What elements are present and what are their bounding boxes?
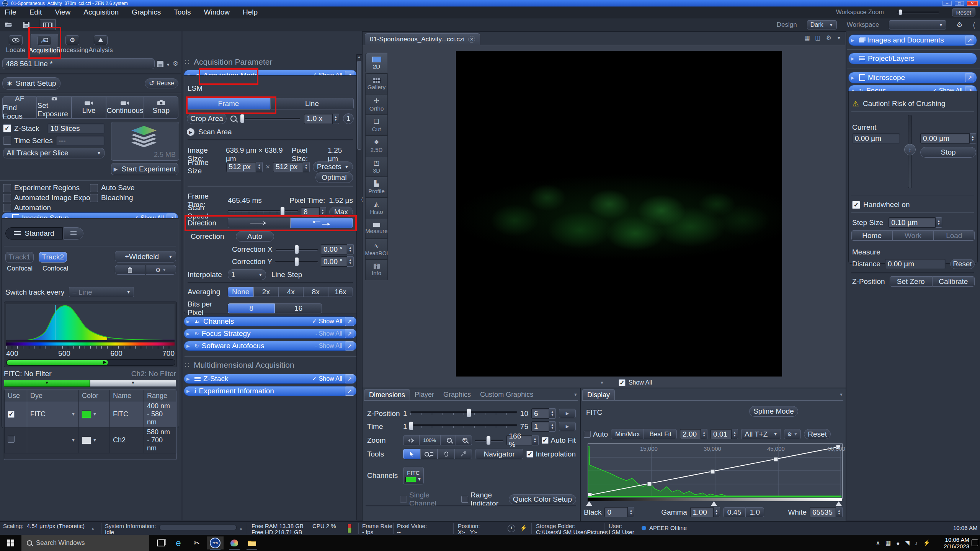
panel-dropdown-icon[interactable]: [573, 393, 578, 397]
black-point-handle[interactable]: [586, 501, 592, 506]
set-exposure-button[interactable]: Set Exposure: [37, 96, 71, 119]
workspace-gear-icon[interactable]: [956, 21, 962, 28]
viewer-settings-icon[interactable]: [826, 35, 831, 41]
scan-speed-spinner[interactable]: 8: [301, 207, 326, 217]
scan-mode-line-button[interactable]: Line: [270, 98, 354, 109]
bleaching-checkbox[interactable]: [90, 194, 98, 202]
menu-edit[interactable]: Edit: [29, 8, 42, 16]
split-view-icon[interactable]: ◫: [815, 34, 821, 41]
tray-expand-icon[interactable]: ∧: [876, 540, 880, 546]
open-file-icon[interactable]: [5, 21, 13, 28]
tile-view-icon[interactable]: ▦: [804, 34, 810, 41]
collapse-left-handle[interactable]: ⟨: [361, 196, 363, 202]
optimal-button[interactable]: Optimal: [315, 172, 353, 183]
view-tab-meanroi[interactable]: ∿MeanROI: [365, 239, 388, 259]
center-scrollbar[interactable]: [356, 54, 362, 520]
load-button[interactable]: Load: [934, 230, 975, 241]
viewer-show-all-checkbox[interactable]: [619, 379, 626, 386]
undock-icon[interactable]: [345, 317, 354, 326]
menu-window[interactable]: Window: [204, 8, 230, 16]
save-icon[interactable]: [23, 21, 30, 28]
z-stack-header[interactable]: Z-Stack Show All: [184, 374, 357, 384]
bits-8-button[interactable]: 8: [228, 303, 275, 313]
tab-dimensions[interactable]: Dimensions: [364, 389, 410, 400]
presets-dropdown[interactable]: Presets: [313, 161, 353, 172]
tracks-per-slice-dropdown[interactable]: All Tracks per Slice: [3, 148, 105, 158]
automation-checkbox[interactable]: [3, 204, 11, 212]
undock-icon[interactable]: [345, 341, 354, 350]
correction-y-spinner[interactable]: 0.00 °: [321, 256, 354, 267]
view-tab-3d[interactable]: ◳3D: [365, 156, 388, 177]
time-slider[interactable]: [410, 423, 517, 430]
focus-strategy-header[interactable]: ↻ Focus Strategy ▫ Show All: [184, 329, 357, 339]
find-focus-button[interactable]: AFFind Focus: [2, 96, 37, 119]
standard-mode-button[interactable]: Standard: [5, 227, 63, 240]
track1-button[interactable]: Track1: [5, 252, 34, 262]
crop-area-button[interactable]: Crop Area: [187, 113, 227, 124]
undock-icon[interactable]: [345, 386, 354, 396]
tab-locate[interactable]: Locate: [2, 34, 29, 55]
view-zoom-slider[interactable]: [475, 440, 503, 441]
taskbar-search[interactable]: Search Windows: [21, 535, 149, 551]
workspace-zoom-slider[interactable]: [897, 11, 939, 13]
undock-icon[interactable]: [345, 374, 354, 383]
maximize-button[interactable]: □: [955, 1, 964, 6]
gamma-handle[interactable]: [711, 501, 717, 506]
gamma-spinner[interactable]: 1.00: [690, 507, 720, 517]
experiment-options-icon[interactable]: [173, 60, 178, 67]
tray-network-icon[interactable]: ◥: [905, 540, 910, 546]
correction-x-spinner[interactable]: 0.00 °: [321, 244, 354, 254]
fitc-color-swatch[interactable]: [82, 411, 91, 418]
collapse-right-icon[interactable]: ⟨: [973, 21, 975, 29]
save-experiment-icon[interactable]: [157, 60, 164, 67]
start-button[interactable]: [2, 536, 19, 549]
channels-header[interactable]: Channels Show All: [184, 316, 357, 326]
experiment-dropdown-caret[interactable]: [166, 60, 170, 67]
undock-icon[interactable]: [345, 329, 354, 338]
document-tab[interactable]: 01-Spontaneous_Activity...cci.czi: [365, 33, 480, 45]
software-autofocus-header[interactable]: ↻ Software Autofocus ▫ Show All: [184, 341, 357, 351]
quick-color-setup-button[interactable]: Quick Color Setup: [509, 494, 576, 504]
images-and-documents-header[interactable]: Images and Documents: [848, 34, 977, 46]
ie-icon[interactable]: e: [170, 536, 187, 549]
work-button[interactable]: Work: [892, 230, 933, 241]
zoom-fit-button[interactable]: [403, 435, 419, 445]
correction-y-slider[interactable]: [275, 261, 318, 262]
white-spinner[interactable]: 65535: [810, 507, 843, 517]
bulb-icon[interactable]: ⚡: [520, 525, 527, 531]
display-reset-button[interactable]: Reset: [804, 429, 831, 439]
display-gear-dropdown[interactable]: [784, 429, 801, 439]
range-scope-dropdown[interactable]: All T+Z: [741, 429, 781, 439]
range-indicator-checkbox[interactable]: [461, 496, 468, 503]
task-view-button[interactable]: [152, 536, 169, 549]
undock-icon[interactable]: [965, 73, 974, 82]
file-explorer-icon[interactable]: [243, 536, 260, 549]
scaling-expand-icon[interactable]: [91, 527, 95, 530]
averaging-16x-button[interactable]: 16x: [328, 287, 353, 297]
tab-acquisition[interactable]: Acquisition: [31, 34, 58, 55]
white-point-handle[interactable]: [836, 501, 842, 506]
view-tab-histo[interactable]: ◭Histo: [365, 197, 388, 218]
paint-icon[interactable]: [226, 536, 243, 549]
view-tab-measure[interactable]: Measure: [365, 218, 388, 239]
scan-area-expander-icon[interactable]: ▶: [187, 128, 194, 136]
experiment-dropdown[interactable]: 488 561 Line *: [2, 58, 155, 69]
single-channel-checkbox[interactable]: [400, 496, 407, 503]
averaging-none-button[interactable]: None: [228, 287, 253, 297]
alt-mode-button[interactable]: [64, 227, 83, 240]
menu-acquisition[interactable]: Acquisition: [83, 8, 119, 16]
display-auto-checkbox[interactable]: [584, 431, 591, 438]
ch2-color-swatch[interactable]: [82, 437, 91, 444]
view-tab-profile[interactable]: ▙Profile: [365, 177, 388, 197]
info-icon[interactable]: [508, 525, 515, 532]
zoom-out-button[interactable]: −: [440, 435, 456, 445]
bits-16-button[interactable]: 16: [275, 303, 322, 313]
snap-button[interactable]: Snap: [144, 96, 178, 119]
zoom-in-button[interactable]: +: [456, 435, 472, 445]
panel-dropdown-icon[interactable]: [839, 393, 843, 397]
black-spinner[interactable]: 0: [604, 507, 634, 517]
frame-width-spinner[interactable]: 512 px: [226, 162, 263, 172]
menu-tools[interactable]: Tools: [174, 8, 191, 16]
menu-file[interactable]: File: [5, 8, 16, 16]
zoom-1x-button[interactable]: 1: [343, 113, 354, 124]
